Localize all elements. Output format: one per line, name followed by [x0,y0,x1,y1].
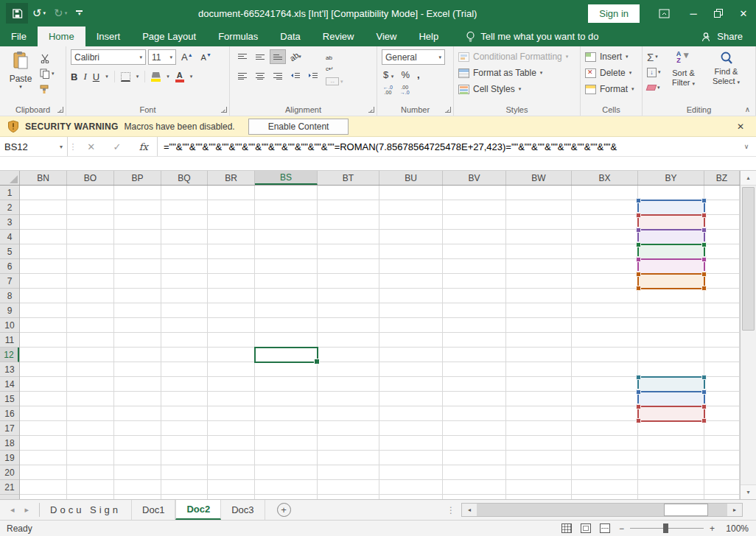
new-sheet-button[interactable]: + [277,500,291,520]
sheet-tab-doc1[interactable]: Doc1 [132,500,175,520]
accounting-format-button[interactable]: $ ▾ [383,69,393,80]
horizontal-scrollbar[interactable]: ◂ ▸ [461,503,743,517]
normal-view-button[interactable] [561,523,572,533]
row-header-10[interactable]: 10 [0,318,19,333]
page-break-view-button[interactable] [600,523,610,533]
close-button[interactable]: ✕ [731,0,756,27]
font-color-button[interactable]: A [175,71,184,82]
fill-button[interactable]: ↓▾ [647,66,661,78]
collapse-ribbon-button[interactable]: ∧ [745,105,750,113]
row-header-11[interactable]: 11 [0,333,19,348]
copy-button[interactable]: ▾ [40,68,55,80]
number-format-select[interactable]: General▾ [382,49,445,65]
font-dialog-launcher[interactable] [221,107,227,113]
format-painter-button[interactable] [40,83,55,95]
sort-filter-button[interactable]: AZ▼ Sort & Filter ▾ [664,49,704,102]
shape-handle[interactable] [636,418,641,423]
shape-handle[interactable] [636,272,641,277]
zoom-slider[interactable] [630,528,704,529]
row-header-4[interactable]: 4 [0,230,19,244]
security-warning-close-button[interactable]: ✕ [732,121,749,132]
shape-handle[interactable] [701,418,707,423]
shape-handle[interactable] [701,242,707,247]
row-header-14[interactable]: 14 [0,377,19,392]
row-header-2[interactable]: 2 [0,200,19,215]
vertical-scrollbar[interactable]: ▴ ▾ [740,171,756,499]
scroll-left-button[interactable]: ◂ [462,504,477,516]
enter-button[interactable]: ✓ [113,141,121,152]
scroll-up-button[interactable]: ▴ [741,171,756,186]
shape-handle[interactable] [636,404,641,409]
decrease-decimal-button[interactable]: .00→.0 [400,85,410,95]
cell-shape-row-2[interactable] [637,200,705,216]
cell-shape-row-5[interactable] [637,244,705,260]
sheet-tab-doc3[interactable]: Doc3 [221,500,265,520]
cell-styles-button[interactable]: Cell Styles ▾ [458,82,577,96]
column-header-bn[interactable]: BN [20,171,67,185]
paste-button[interactable]: Paste ▾ [4,49,37,102]
column-header-bv[interactable]: BV [443,171,506,185]
underline-button[interactable]: U [93,71,99,82]
formula-bar-grip[interactable]: ⋮ [68,137,78,156]
top-align-button[interactable] [234,49,251,64]
row-header-8[interactable]: 8 [0,289,19,303]
borders-button[interactable] [121,72,130,82]
shape-handle[interactable] [636,257,641,262]
zoom-level[interactable]: 100% [724,523,749,534]
row-header-20[interactable]: 20 [0,465,19,480]
shape-handle[interactable] [636,228,641,233]
ribbon-tab-help[interactable]: Help [407,27,449,46]
shape-handle[interactable] [636,286,641,291]
ribbon-tab-file[interactable]: File [0,27,38,46]
shape-handle[interactable] [701,375,707,380]
column-header-bx[interactable]: BX [572,171,638,185]
row-header-21[interactable]: 21 [0,480,19,495]
wrap-text-button[interactable]: abc↵ [326,51,343,73]
ribbon-tab-review[interactable]: Review [312,27,365,46]
cancel-button[interactable]: ✕ [87,141,95,152]
shape-handle[interactable] [701,286,707,291]
sheet-tab-docu-sign[interactable]: Docu Sign [40,500,132,520]
shape-handle[interactable] [701,257,707,262]
enable-content-button[interactable]: Enable Content [248,119,349,135]
undo-button[interactable]: ↺▾ [29,3,49,24]
shape-handle[interactable] [636,213,641,218]
bold-button[interactable]: B [71,71,77,82]
format-cells-button[interactable]: Format ▾ [585,82,639,96]
sheet-nav-right-button[interactable]: ▸ [25,505,29,515]
row-header-1[interactable]: 1 [0,186,19,200]
orientation-button[interactable]: ab▾ [287,49,304,64]
cell-shape-row-4[interactable] [637,229,705,245]
name-box[interactable]: BS12▾ [0,137,68,156]
sign-in-button[interactable]: Sign in [588,4,640,23]
number-dialog-launcher[interactable] [445,107,451,113]
clear-button[interactable]: ▾ [647,82,661,94]
sheet-nav-left-button[interactable]: ◂ [10,505,15,515]
formula-bar-expand-button[interactable]: ∨ [737,137,756,156]
decrease-font-size-button[interactable]: A▼ [198,52,214,62]
shape-handle[interactable] [701,389,707,395]
column-header-bs[interactable]: BS [255,171,318,185]
cell-shape-row-6[interactable] [637,258,705,275]
ribbon-tab-data[interactable]: Data [269,27,311,46]
shape-handle[interactable] [636,389,641,395]
row-header-6[interactable]: 6 [0,259,19,274]
row-header-17[interactable]: 17 [0,421,19,436]
clipboard-dialog-launcher[interactable] [57,107,63,113]
shape-handle[interactable] [701,272,707,277]
minimize-button[interactable]: ─ [681,0,706,27]
column-header-br[interactable]: BR [208,171,255,185]
column-header-bo[interactable]: BO [67,171,114,185]
scroll-right-button[interactable]: ▸ [727,504,742,516]
align-right-button[interactable] [270,68,286,83]
zoom-in-button[interactable]: + [710,523,715,534]
row-header-9[interactable]: 9 [0,303,19,318]
middle-align-button[interactable] [252,49,268,64]
column-header-bu[interactable]: BU [379,171,443,185]
row-header-13[interactable]: 13 [0,362,19,377]
active-cell-bs12[interactable] [254,347,318,363]
column-header-bz[interactable]: BZ [704,171,740,185]
conditional-formatting-button[interactable]: Conditional Formatting ▾ [458,50,577,63]
ribbon-tab-insert[interactable]: Insert [85,27,132,46]
row-header-22[interactable] [0,495,19,499]
